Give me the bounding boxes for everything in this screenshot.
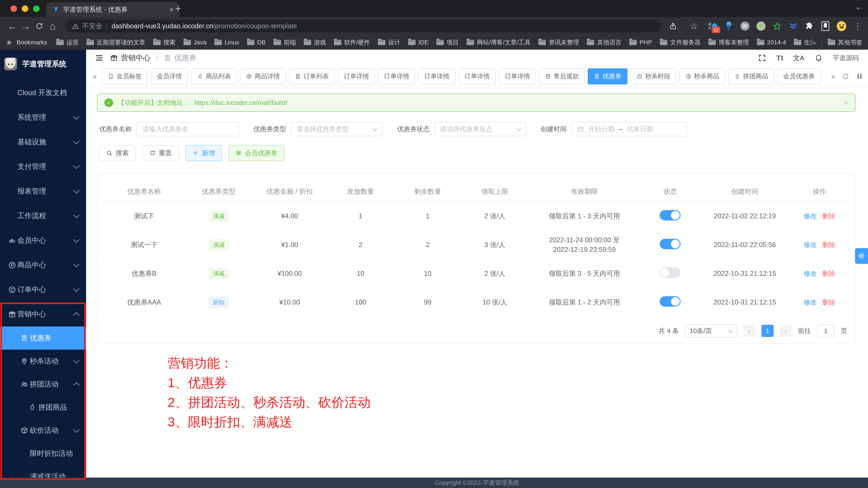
reading-list-icon[interactable] (820, 21, 830, 31)
bookmark-folder[interactable]: IDE (408, 39, 429, 46)
bookmark-folder[interactable]: Linux (214, 39, 239, 46)
bookmark-folder[interactable]: 项目 (436, 38, 459, 47)
date-range-picker[interactable]: 开始日期 – 结束日期 (571, 122, 687, 136)
new-tab-button[interactable]: + (175, 3, 181, 13)
settings-float-button[interactable] (855, 248, 868, 264)
page-tab-会员标签[interactable]: 会员标签 (102, 68, 148, 84)
bookmark-folder[interactable]: 设计 (378, 38, 400, 47)
edit-link[interactable]: 修改 (804, 212, 817, 220)
page-tab-订单详情[interactable]: 订单详情 (458, 68, 496, 84)
command-extension-icon[interactable]: ⌘ (740, 21, 750, 31)
back-icon[interactable]: ← (6, 21, 19, 32)
sidebar-item-秒杀活动[interactable]: 秒杀活动 (0, 350, 86, 373)
tab-close-icon[interactable]: × (169, 5, 174, 14)
bookmark-folder[interactable]: PHP (629, 39, 652, 46)
profile-avatar-icon[interactable] (837, 21, 846, 31)
sidebar-item-会员中心[interactable]: 会员中心 (0, 228, 86, 253)
bookmark-folder[interactable]: 软件/硬件 (334, 38, 370, 47)
recorder-extension-icon[interactable] (756, 21, 766, 31)
pin-extension-icon[interactable] (724, 21, 734, 31)
edit-link[interactable]: 修改 (804, 270, 817, 277)
bell-icon[interactable] (814, 54, 823, 62)
bookmark-folder[interactable]: 运营 (56, 38, 79, 47)
sidebar-logo[interactable]: 芋道管理系统 (0, 50, 86, 75)
sidebar-item-系统管理[interactable]: 系统管理 (0, 105, 86, 130)
home-icon[interactable]: ⌂ (46, 20, 60, 32)
fullscreen-icon[interactable] (758, 54, 766, 62)
sidebar-item-工作流程[interactable]: 工作流程 (0, 203, 86, 228)
sidebar-item-报表管理[interactable]: 报表管理 (0, 179, 86, 203)
bookmark-folder[interactable]: 资讯未整理 (538, 38, 579, 47)
chevrons-extension-icon[interactable] (788, 21, 798, 31)
delete-link[interactable]: 删除 (822, 212, 835, 220)
bookmark-folder[interactable]: 生活 (794, 38, 812, 47)
delete-link[interactable]: 删除 (822, 298, 835, 306)
bookmarks-label-item[interactable]: Bookmarks (17, 39, 47, 46)
edit-link[interactable]: 修改 (804, 241, 817, 248)
coupon-status-select[interactable]: 请选择优惠券状态 (434, 122, 526, 136)
browser-tab[interactable]: 芋道管理系统 - 优惠券 × (46, 2, 179, 17)
member-coupon-button[interactable]: 会员优惠券 (228, 145, 284, 161)
bookmark-folder[interactable]: 文件服务器 (660, 38, 701, 47)
page-tab-会员详情[interactable]: 会员详情 (151, 68, 188, 84)
bookmark-folder[interactable]: Java (184, 39, 207, 46)
page-tab-订单详情[interactable]: 订单详情 (499, 68, 536, 84)
breadcrumb-parent[interactable]: 营销中心 (121, 53, 151, 63)
sidebar-item-砍价活动[interactable]: 砍价活动 (0, 419, 86, 442)
tabs-scroll-left-icon[interactable]: « (91, 72, 99, 81)
goto-page-input[interactable] (817, 324, 835, 337)
page-tab-订单详情[interactable]: 订单详情 (338, 68, 375, 84)
other-bookmarks-folder[interactable]: 其他书签 (828, 38, 862, 47)
bookmark-folder[interactable]: 前端 (274, 38, 296, 47)
sidebar-item-拼团商品[interactable]: 拼团商品 (0, 396, 86, 419)
sidebar-item-支付管理[interactable]: 支付管理 (0, 154, 86, 179)
delete-link[interactable]: 删除 (822, 270, 835, 277)
add-button[interactable]: 新增 (185, 145, 222, 161)
page-tab-拼团商品[interactable]: 拼团商品 (728, 68, 774, 84)
page-tab-秒杀商品[interactable]: 秒杀商品 (679, 68, 725, 84)
bookmark-folder[interactable]: 搜索 (153, 38, 176, 47)
tab-search-icon[interactable] (855, 5, 862, 12)
alert-link[interactable]: https://doc.iocoder.cn/mall/build/ (194, 99, 287, 107)
star-extension-icon[interactable] (772, 21, 782, 31)
page-tab-售后退款[interactable]: 售后退款 (539, 68, 585, 84)
locale-icon[interactable]: 文A (793, 54, 805, 62)
sidebar-item-商品中心[interactable]: 商品中心 (0, 253, 86, 277)
status-toggle[interactable] (660, 267, 681, 278)
page-tab-订单详情[interactable]: 订单详情 (378, 68, 415, 84)
bookmark-folder[interactable]: 2014-4 (757, 39, 786, 46)
bookmark-folder[interactable]: 网站/博客/文章/工具 (467, 38, 531, 47)
edit-link[interactable]: 修改 (804, 298, 817, 306)
sidebar-item-拼团活动[interactable]: 拼团活动 (0, 373, 86, 396)
sidebar-item-基础设施[interactable]: 基础设施 (0, 130, 86, 154)
bookmark-folder[interactable]: 游戏 (304, 38, 326, 47)
sidebar-item-限时折扣活动[interactable]: 限时折扣活动 (0, 442, 86, 465)
page-tab-商品详情[interactable]: 商品详情 (240, 68, 286, 84)
bookmark-folder[interactable]: DB (247, 39, 266, 46)
share-icon[interactable] (666, 22, 680, 30)
page-tab-秒杀时段[interactable]: 秒杀时段 (630, 68, 676, 84)
extension-grid-icon[interactable]: 12 (708, 21, 717, 31)
coupon-name-input[interactable] (142, 125, 234, 133)
bookmark-star-icon[interactable]: ☆ (687, 21, 701, 31)
page-tab-订单详情[interactable]: 订单详情 (418, 68, 456, 84)
status-toggle[interactable] (660, 210, 681, 221)
browser-menu-icon[interactable]: ⋮ (853, 21, 862, 31)
search-button[interactable]: 搜索 (99, 145, 136, 161)
layout-columns-icon[interactable] (856, 73, 863, 80)
security-warning-icon[interactable] (72, 22, 79, 30)
window-zoom-button[interactable] (33, 5, 39, 12)
puzzle-extension-icon[interactable] (805, 21, 814, 31)
bookmark-folder[interactable]: 其他语言 (587, 38, 621, 47)
bookmarks-star-icon[interactable]: ★ (6, 38, 12, 47)
page-size-select[interactable]: 10条/页 (685, 324, 737, 337)
coupon-type-select[interactable]: 请选择优惠券类型 (291, 122, 383, 136)
window-close-button[interactable] (10, 5, 17, 12)
page-tab-订单列表[interactable]: 订单列表 (289, 68, 335, 84)
window-minimize-button[interactable] (22, 5, 28, 12)
status-toggle[interactable] (660, 239, 681, 249)
sidebar-item-优惠券[interactable]: 优惠券 (0, 326, 86, 350)
status-toggle[interactable] (660, 296, 681, 307)
current-page-button[interactable]: 1 (762, 325, 774, 337)
refresh-tab-icon[interactable] (841, 73, 849, 80)
